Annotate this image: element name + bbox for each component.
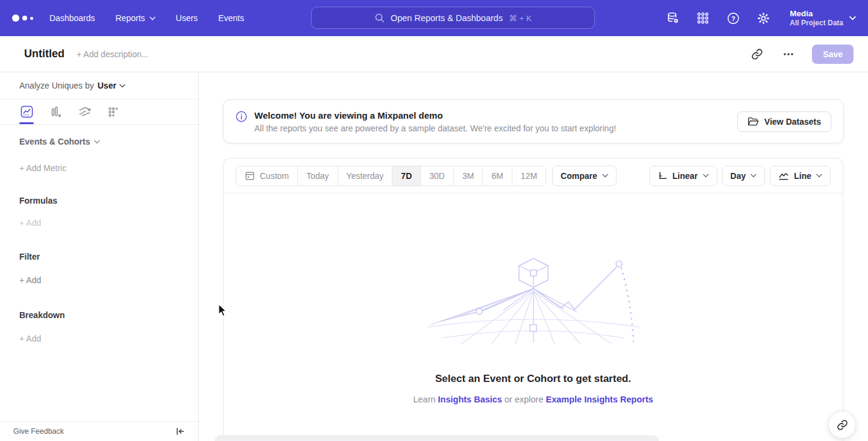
banner-title: Welcome! You are viewing a Mixpanel demo: [254, 109, 616, 122]
tab-flow-chart[interactable]: [77, 105, 92, 119]
apps-grid-icon[interactable]: [696, 11, 710, 25]
events-cohorts-label: Events & Cohorts: [19, 137, 90, 146]
nav-dashboards[interactable]: Dashboards: [49, 13, 95, 23]
compare-label: Compare: [561, 171, 597, 181]
range-custom-label: Custom: [260, 171, 289, 181]
report-title[interactable]: Untitled: [24, 48, 64, 60]
add-description-field[interactable]: + Add description...: [77, 49, 148, 59]
nav-users-label: Users: [176, 13, 198, 23]
nav-reports[interactable]: Reports: [116, 13, 156, 23]
range-today-label: Today: [306, 171, 329, 181]
settings-gear-icon[interactable]: [756, 11, 770, 25]
insights-basics-link[interactable]: Insights Basics: [438, 395, 502, 404]
example-insights-reports-link[interactable]: Example Insights Reports: [546, 395, 653, 404]
view-datasets-label: View Datasets: [764, 117, 821, 127]
empty-state-illustration: [419, 254, 648, 345]
report-header: Untitled + Add description... Save: [0, 36, 868, 72]
search-placeholder: Open Reports & Dashboards: [391, 13, 503, 23]
scale-dropdown[interactable]: Linear: [649, 166, 717, 186]
linear-axis-icon: [658, 170, 668, 181]
tab-insights-line-chart[interactable]: [19, 105, 34, 119]
calendar-icon: [245, 170, 255, 181]
collapse-sidebar-icon[interactable]: [175, 427, 185, 436]
share-link-fab[interactable]: [828, 411, 856, 439]
add-metric-button[interactable]: + Add Metric: [19, 163, 198, 173]
tab-bar-chart[interactable]: [48, 105, 63, 119]
mixpanel-logo-icon[interactable]: [12, 14, 41, 22]
demo-welcome-banner: Welcome! You are viewing a Mixpanel demo…: [223, 99, 844, 143]
add-breakdown-button[interactable]: + Add: [19, 334, 198, 343]
range-7d[interactable]: 7D: [392, 166, 421, 186]
chart-type-label: Line: [794, 171, 811, 181]
search-icon: [374, 13, 385, 23]
query-builder-sidebar: Analyze Uniques by User: [0, 72, 199, 441]
chevron-down-icon: [849, 16, 856, 20]
range-yesterday[interactable]: Yesterday: [338, 166, 393, 186]
chevron-down-icon: [816, 174, 822, 178]
range-3m[interactable]: 3M: [454, 166, 483, 186]
project-selector[interactable]: Media All Project Data: [790, 8, 856, 28]
empty-state: Select an Event or Cohort to get started…: [224, 193, 843, 404]
compare-dropdown[interactable]: Compare: [552, 166, 617, 186]
chevron-down-icon: [94, 140, 100, 144]
empty-state-links: Learn Insights Basics or explore Example…: [413, 395, 653, 404]
nav-users[interactable]: Users: [176, 13, 198, 23]
formulas-header: Formulas: [19, 196, 198, 205]
empty-state-title: Select an Event or Cohort to get started…: [435, 373, 631, 385]
link-icon: [837, 419, 848, 431]
tab-retention-dots[interactable]: [106, 105, 121, 119]
range-yesterday-label: Yesterday: [347, 171, 384, 181]
chevron-down-icon: [602, 174, 608, 178]
bottom-panel-edge: [215, 435, 659, 441]
project-scope: All Project Data: [790, 19, 843, 28]
range-6m[interactable]: 6M: [483, 166, 512, 186]
date-range-segmented-control: Custom Today Yesterday 7D 30D 3M 6M 12M: [236, 166, 546, 186]
add-formula-button[interactable]: + Add: [19, 218, 198, 228]
chart-type-dropdown[interactable]: Line: [770, 166, 831, 186]
analyze-value-label: User: [98, 81, 116, 90]
analyze-label: Analyze Uniques by: [19, 81, 94, 90]
scale-label: Linear: [673, 171, 698, 181]
more-options-icon[interactable]: [781, 46, 796, 62]
search-shortcut: ⌘ + K: [509, 13, 532, 23]
nav-events[interactable]: Events: [218, 13, 244, 23]
report-canvas: Welcome! You are viewing a Mixpanel demo…: [199, 72, 868, 441]
give-feedback-link[interactable]: Give Feedback: [13, 427, 64, 436]
analyze-row: Analyze Uniques by User: [0, 72, 198, 99]
breakdown-header: Breakdown: [19, 310, 198, 320]
save-button[interactable]: Save: [812, 45, 854, 64]
nav-dashboards-label: Dashboards: [49, 13, 95, 23]
range-today[interactable]: Today: [298, 166, 338, 186]
hint-prefix: Learn: [413, 395, 438, 404]
folder-icon: [747, 117, 759, 127]
range-12m-label: 12M: [521, 171, 537, 181]
banner-subtitle: All the reports you see are powered by a…: [254, 124, 616, 133]
analyze-value-dropdown[interactable]: User: [98, 81, 125, 90]
range-3m-label: 3M: [462, 171, 474, 181]
range-6m-label: 6M: [491, 171, 503, 181]
sidebar-footer: Give Feedback: [0, 421, 198, 441]
top-navbar: Dashboards Reports Users Events Open Rep…: [0, 0, 868, 36]
chart-type-tabs: [0, 99, 198, 125]
events-cohorts-header[interactable]: Events & Cohorts: [19, 137, 198, 146]
chart-controls: Custom Today Yesterday 7D 30D 3M 6M 12M …: [224, 158, 843, 193]
range-custom[interactable]: Custom: [236, 166, 298, 186]
filter-header: Filter: [19, 252, 198, 261]
range-30d[interactable]: 30D: [421, 166, 454, 186]
line-chart-icon: [778, 171, 789, 181]
granularity-dropdown[interactable]: Day: [722, 166, 766, 186]
help-icon[interactable]: ?: [726, 11, 740, 25]
insights-chart-card: Custom Today Yesterday 7D 30D 3M 6M 12M …: [223, 158, 843, 441]
view-datasets-button[interactable]: View Datasets: [737, 111, 831, 132]
copy-link-icon[interactable]: [749, 46, 765, 62]
granularity-label: Day: [731, 171, 746, 181]
data-management-icon[interactable]: [665, 11, 680, 25]
global-search-input[interactable]: Open Reports & Dashboards ⌘ + K: [311, 7, 595, 29]
add-filter-button[interactable]: + Add: [19, 275, 198, 285]
nav-reports-label: Reports: [116, 13, 145, 23]
chevron-down-icon: [149, 16, 156, 20]
hint-middle: or explore: [502, 395, 546, 404]
selected-tab-indicator: [19, 122, 34, 124]
range-12m[interactable]: 12M: [512, 166, 546, 186]
svg-text:?: ?: [731, 14, 735, 22]
